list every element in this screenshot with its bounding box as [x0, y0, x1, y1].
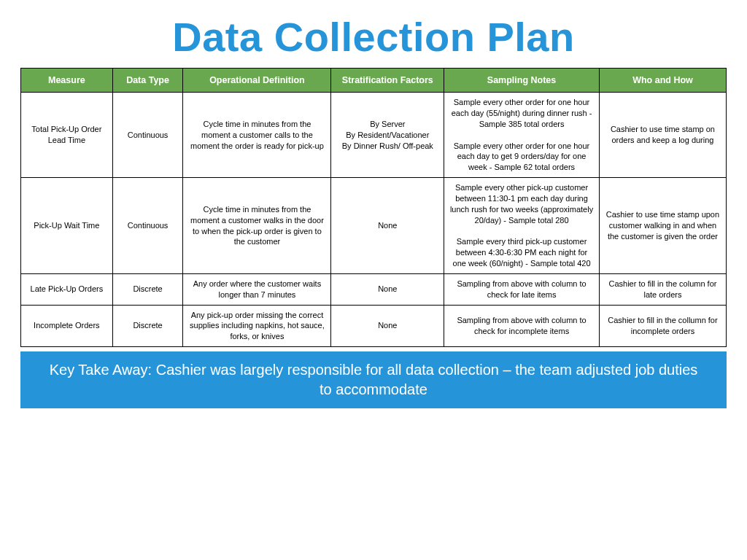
cell-who: Cashier to use time stamp upon customer … [599, 178, 726, 274]
col-header-datatype: Data Type [112, 69, 183, 93]
cell-opdef: Cycle time in minutes from the moment a … [183, 178, 331, 274]
col-header-sampling: Sampling Notes [444, 69, 600, 93]
col-header-measure: Measure [21, 69, 113, 93]
cell-sampling: Sampling from above with column to check… [444, 273, 600, 305]
cell-who: Cashier to fill in the collumn for incom… [599, 305, 726, 347]
cell-measure: Total Pick-Up Order Lead Time [21, 93, 113, 178]
cell-strat: None [331, 273, 444, 305]
table-row: Total Pick-Up Order Lead Time Continuous… [21, 93, 727, 178]
data-collection-table: Measure Data Type Operational Definition… [20, 68, 727, 347]
table-header-row: Measure Data Type Operational Definition… [21, 69, 727, 93]
slide-title: Data Collection Plan [20, 13, 727, 61]
cell-strat: None [331, 305, 444, 347]
cell-datatype: Continuous [112, 178, 183, 274]
table-row: Late Pick-Up Orders Discrete Any order w… [21, 273, 727, 305]
cell-sampling: Sample every other order for one hour ea… [444, 93, 600, 178]
cell-sampling: Sampling from above with column to check… [444, 305, 600, 347]
cell-opdef: Cycle time in minutes from the moment a … [183, 93, 331, 178]
cell-who: Cashier to fill in the column for late o… [599, 273, 726, 305]
cell-sampling: Sample every other pick-up customer betw… [444, 178, 600, 274]
slide: Data Collection Plan Measure Data Type O… [0, 0, 747, 423]
cell-datatype: Continuous [112, 93, 183, 178]
cell-measure: Incomplete Orders [21, 305, 113, 347]
cell-opdef: Any pick-up order missing the correct su… [183, 305, 331, 347]
cell-opdef: Any order where the customer waits longe… [183, 273, 331, 305]
cell-strat: None [331, 178, 444, 274]
table-row: Incomplete Orders Discrete Any pick-up o… [21, 305, 727, 347]
key-takeaway-callout: Key Take Away: Cashier was largely respo… [20, 351, 727, 408]
cell-measure: Late Pick-Up Orders [21, 273, 113, 305]
table-row: Pick-Up Wait Time Continuous Cycle time … [21, 178, 727, 274]
cell-who: Cashier to use time stamp on orders and … [599, 93, 726, 178]
col-header-opdef: Operational Definition [183, 69, 331, 93]
cell-strat: By Server By Resident/Vacationer By Dinn… [331, 93, 444, 178]
col-header-strat: Stratification Factors [331, 69, 444, 93]
cell-measure: Pick-Up Wait Time [21, 178, 113, 274]
cell-datatype: Discrete [112, 305, 183, 347]
cell-datatype: Discrete [112, 273, 183, 305]
col-header-who: Who and How [599, 69, 726, 93]
